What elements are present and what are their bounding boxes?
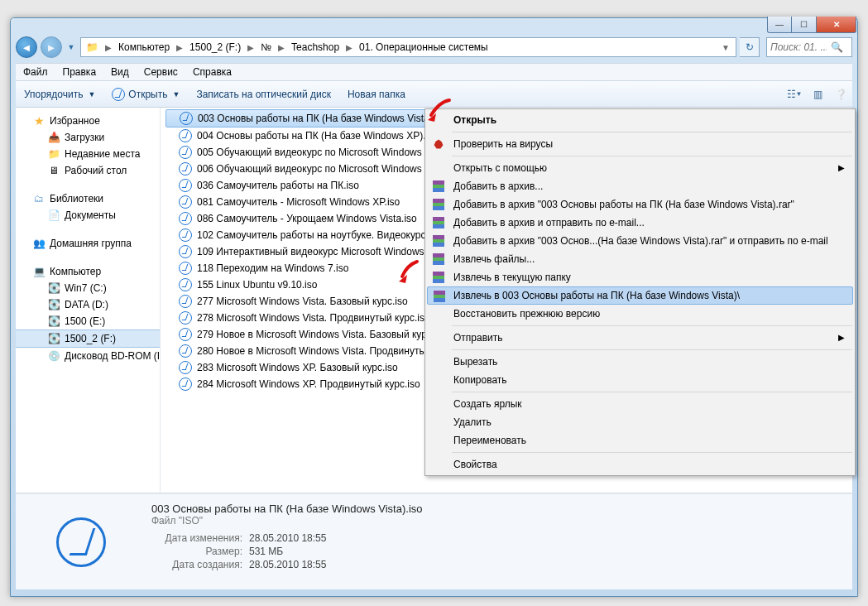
tree-documents[interactable]: 📄Документы — [16, 207, 160, 224]
address-bar[interactable]: 📁 ▶ Компьютер ▶ 1500_2 (F:) ▶ № ▶ Teachs… — [80, 37, 736, 57]
chevron-right-icon[interactable]: ▶ — [101, 43, 116, 52]
iso-icon — [179, 179, 192, 192]
annotation-arrow — [424, 97, 454, 126]
back-button[interactable]: ◄ — [16, 36, 37, 58]
file-name: 081 Самоучитель - Microsoft Windows XP.i… — [197, 196, 400, 208]
preview-pane-button[interactable]: ▥ — [806, 84, 829, 104]
search-input[interactable] — [767, 41, 827, 53]
chevron-right-icon[interactable]: ▶ — [274, 43, 289, 52]
close-button[interactable]: ✕ — [817, 17, 856, 33]
ctx-properties[interactable]: Свойства — [427, 455, 853, 474]
ctx-extract[interactable]: Извлечь файлы... — [427, 250, 853, 268]
iso-icon — [179, 146, 192, 159]
details-modified: 28.05.2010 18:55 — [249, 532, 326, 544]
organize-button[interactable]: Упорядочить▼ — [16, 85, 103, 103]
tree-favorites[interactable]: ★Избранное — [16, 113, 160, 129]
folder-icon: 📥 — [47, 131, 60, 144]
tree-recent[interactable]: 📁Недавние места — [16, 146, 160, 162]
winrar-icon — [432, 271, 445, 284]
details-filetype: Файл "ISO" — [151, 515, 423, 527]
details-created-label: Дата создания: — [151, 559, 242, 570]
context-menu: Открыть Проверить на вирусы Открыть с по… — [424, 108, 856, 476]
ctx-open[interactable]: Открыть — [427, 111, 853, 129]
ctx-copy[interactable]: Копировать — [427, 371, 853, 389]
tree-libraries[interactable]: 🗂Библиотеки — [16, 190, 160, 207]
ctx-extract-here[interactable]: Извлечь в текущую папку — [427, 268, 853, 286]
file-name: 036 Самоучитель работы на ПК.iso — [197, 180, 359, 191]
search-box[interactable]: 🔍 — [766, 37, 852, 57]
ctx-delete[interactable]: Удалить — [427, 413, 853, 431]
ctx-open-with[interactable]: Открыть с помощью▶ — [427, 159, 853, 177]
file-name: 280 Новое в Microsoft Windows Vista. Про… — [197, 345, 444, 357]
maximize-button[interactable]: ☐ — [792, 17, 817, 33]
tree-drive-f[interactable]: 💽1500_2 (F:) — [16, 329, 160, 348]
minimize-button[interactable]: ― — [767, 17, 792, 33]
file-name: 155 Linux Ubuntu v9.10.iso — [197, 279, 317, 291]
iso-icon — [179, 361, 192, 374]
chevron-down-icon[interactable]: ▼ — [717, 43, 734, 52]
chevron-right-icon[interactable]: ▶ — [342, 43, 357, 52]
tree-homegroup[interactable]: 👥Домашняя группа — [16, 235, 160, 252]
help-button[interactable]: ❔ — [829, 84, 852, 104]
ctx-restore[interactable]: Восстановить прежнюю версию — [427, 305, 853, 323]
iso-icon — [179, 228, 192, 242]
breadcrumb-4[interactable]: 01. Операционные системы — [357, 41, 491, 54]
iso-icon — [179, 212, 192, 225]
open-button[interactable]: Открыть▼ — [103, 84, 188, 104]
menu-edit[interactable]: Правка — [55, 64, 104, 80]
chevron-right-icon[interactable]: ▶ — [172, 43, 187, 52]
ctx-rename[interactable]: Переименовать — [427, 431, 853, 450]
navigation-tree: ★Избранное 📥Загрузки 📁Недавние места 🖥Ра… — [16, 108, 161, 493]
tree-drive-e[interactable]: 💽1500 (E:) — [16, 313, 160, 329]
chevron-right-icon[interactable]: ▶ — [243, 43, 258, 52]
ctx-add-email[interactable]: Добавить в архив и отправить по e-mail..… — [427, 214, 853, 232]
menu-service[interactable]: Сервис — [137, 64, 185, 80]
menu-file[interactable]: Файл — [16, 64, 55, 80]
tree-downloads[interactable]: 📥Загрузки — [16, 129, 160, 146]
ctx-add-archive[interactable]: Добавить в архив... — [427, 177, 853, 195]
file-name: 004 Основы работы на ПК (На базе Windows… — [197, 130, 439, 142]
ctx-cut[interactable]: Вырезать — [427, 353, 853, 371]
tree-drive-bdrom[interactable]: 💿Дисковод BD-ROM (I — [16, 348, 160, 364]
history-dropdown[interactable]: ▼ — [65, 43, 77, 51]
menu-view[interactable]: Вид — [103, 64, 137, 80]
tree-drive-d[interactable]: 💽DATA (D:) — [16, 296, 160, 313]
homegroup-icon: 👥 — [32, 237, 46, 250]
new-folder-button[interactable]: Новая папка — [339, 85, 414, 103]
ctx-add-rar[interactable]: Добавить в архив "003 Основы работы на П… — [427, 195, 853, 214]
menu-help[interactable]: Справка — [185, 64, 239, 80]
file-name: 278 Microsoft Windows Vista. Продвинутый… — [197, 312, 430, 324]
winrar-icon — [432, 216, 445, 229]
ctx-send[interactable]: Отправить▶ — [427, 329, 853, 347]
winrar-icon — [432, 198, 445, 211]
breadcrumb-0[interactable]: Компьютер — [116, 41, 172, 54]
view-mode-button[interactable]: ☷ ▼ — [783, 84, 806, 104]
drive-icon: 💽 — [47, 332, 60, 345]
menu-bar: Файл Правка Вид Сервис Справка — [16, 63, 852, 81]
tree-drive-c[interactable]: 💽Win7 (C:) — [16, 280, 160, 296]
star-icon: ★ — [32, 114, 46, 127]
documents-icon: 📄 — [47, 209, 60, 222]
file-name: 118 Переходим на Windows 7.iso — [197, 262, 348, 274]
search-icon[interactable]: 🔍 — [827, 41, 846, 53]
winrar-icon — [432, 180, 445, 193]
breadcrumb-1[interactable]: 1500_2 (F:) — [187, 41, 243, 54]
tree-desktop[interactable]: 🖥Рабочий стол — [16, 162, 160, 179]
breadcrumb-2[interactable]: № — [258, 41, 274, 54]
desktop-icon: 🖥 — [47, 164, 60, 177]
burn-button[interactable]: Записать на оптический диск — [188, 85, 339, 103]
details-pane: 003 Основы работы на ПК (На базе Windows… — [16, 493, 852, 589]
ctx-extract-to[interactable]: Извлечь в 003 Основы работы на ПК (На ба… — [427, 286, 853, 305]
ctx-shortcut[interactable]: Создать ярлык — [427, 395, 853, 413]
chevron-right-icon: ▶ — [838, 333, 845, 342]
breadcrumb-3[interactable]: Teachshop — [289, 41, 342, 54]
refresh-button[interactable]: ↻ — [740, 37, 760, 57]
details-size-label: Размер: — [151, 546, 242, 557]
daemon-icon — [112, 88, 125, 101]
details-modified-label: Дата изменения: — [151, 532, 242, 544]
ctx-add-rar-email[interactable]: Добавить в архив "003 Основ...(На базе W… — [427, 232, 853, 250]
ctx-virus-scan[interactable]: Проверить на вирусы — [427, 135, 853, 153]
tree-computer[interactable]: 💻Компьютер — [16, 263, 160, 280]
forward-button[interactable]: ► — [41, 36, 62, 58]
details-size: 531 МБ — [249, 546, 283, 557]
